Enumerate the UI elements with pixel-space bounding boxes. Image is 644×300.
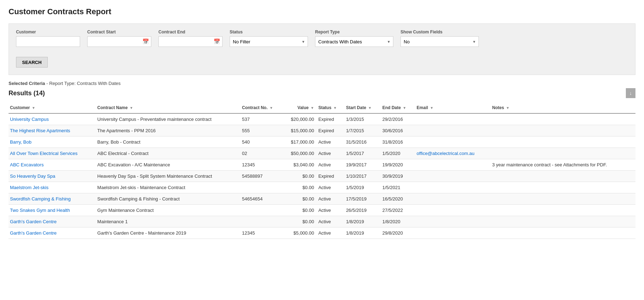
- customer-input[interactable]: [16, 36, 80, 47]
- cell-value: $20,000.00: [283, 113, 317, 125]
- contract-start-input-wrap: 📅: [87, 36, 151, 47]
- customer-link[interactable]: ABC Excavators: [10, 162, 44, 167]
- sort-icon-notes: ▼: [506, 106, 509, 110]
- search-button[interactable]: SEARCH: [16, 57, 48, 68]
- cell-start-date: 1/5/2017: [345, 148, 381, 159]
- cell-customer: Two Snakes Gym and Health: [9, 205, 96, 216]
- customer-link[interactable]: Barry, Bob: [10, 139, 31, 145]
- cell-contract-no: 54588897: [241, 171, 284, 182]
- filter-row: Customer Contract Start 📅 Contract End 📅…: [16, 30, 628, 47]
- cell-contract-no: [241, 182, 284, 193]
- cell-notes: [491, 205, 635, 216]
- cell-end-date: 1/5/2020: [381, 148, 415, 159]
- cell-value: $3,040.00: [283, 159, 317, 171]
- cell-email: [415, 205, 491, 216]
- cell-contract-no: 555: [241, 125, 284, 136]
- cell-value: $0.00: [283, 205, 317, 216]
- results-header: Results (14) ↓: [9, 88, 635, 98]
- cell-end-date: 29/8/2020: [381, 227, 415, 239]
- show-custom-fields-label: Show Custom Fields: [400, 30, 479, 34]
- cell-value: $50,000.00: [283, 148, 317, 159]
- customer-link[interactable]: Garth's Garden Centre: [10, 230, 57, 236]
- cell-status: Active: [317, 182, 345, 193]
- cell-notes: [491, 227, 635, 239]
- col-contract-name: Contract Name ▼: [96, 102, 240, 113]
- col-value: Value ▼: [283, 102, 317, 113]
- contract-end-input[interactable]: [158, 36, 222, 47]
- cell-status: Active: [317, 136, 345, 148]
- customer-label: Customer: [16, 30, 80, 34]
- cell-customer: Garth's Garden Centre: [9, 216, 96, 227]
- contract-end-label: Contract End: [158, 30, 222, 34]
- table-row: Garth's Garden CentreMaintenance 1$0.00A…: [9, 216, 635, 227]
- cell-value: $0.00: [283, 171, 317, 182]
- show-custom-fields-select[interactable]: No Yes: [400, 36, 479, 47]
- contract-start-input[interactable]: [87, 36, 151, 47]
- cell-status: Active: [317, 205, 345, 216]
- table-header: Customer ▼ Contract Name ▼ Contract No. …: [9, 102, 635, 113]
- cell-status: Expired: [317, 113, 345, 125]
- cell-value: $5,000.00: [283, 227, 317, 239]
- sort-icon-start-date: ▼: [368, 106, 372, 110]
- table-row: All Over Town Electrical ServicesABC Ele…: [9, 148, 635, 159]
- cell-contract-no: 540: [241, 136, 284, 148]
- cell-status: Active: [317, 193, 345, 205]
- download-button[interactable]: ↓: [626, 88, 635, 98]
- cell-email: [415, 182, 491, 193]
- cell-notes: [491, 136, 635, 148]
- table-row: Maelstrom Jet-skisMaelstrom Jet-skis - M…: [9, 182, 635, 193]
- cell-notes: [491, 171, 635, 182]
- cell-status: Active: [317, 216, 345, 227]
- col-notes: Notes ▼: [491, 102, 635, 113]
- cell-customer: Garth's Garden Centre: [9, 227, 96, 239]
- table-row: Barry, BobBarry, Bob - Contract540$17,00…: [9, 136, 635, 148]
- table-row: Two Snakes Gym and HealthGym Maintenance…: [9, 205, 635, 216]
- cell-contract-name: Maintenance 1: [96, 216, 240, 227]
- cell-start-date: 1/8/2019: [345, 227, 381, 239]
- customer-link[interactable]: All Over Town Electrical Services: [10, 151, 78, 156]
- email-link[interactable]: office@abcelectrical.com.au: [417, 151, 475, 156]
- cell-end-date: 30/9/2019: [381, 171, 415, 182]
- customer-link[interactable]: The Highest Rise Apartments: [10, 128, 70, 133]
- customer-link[interactable]: University Campus: [10, 117, 49, 122]
- table-row: The Highest Rise ApartmentsThe Apartment…: [9, 125, 635, 136]
- cell-notes: 3 year maintenance contract - see Attach…: [491, 159, 635, 171]
- cell-contract-name: Garth's Garden Centre - Maintenance 2019: [96, 227, 240, 239]
- cell-end-date: 29/2/2016: [381, 113, 415, 125]
- col-end-date: End Date ▼: [381, 102, 415, 113]
- table-row: Garth's Garden CentreGarth's Garden Cent…: [9, 227, 635, 239]
- sort-icon-customer: ▼: [32, 106, 35, 110]
- cell-contract-name: Maelstrom Jet-skis - Maintenance Contrac…: [96, 182, 240, 193]
- cell-contract-name: Barry, Bob - Contract: [96, 136, 240, 148]
- customer-link[interactable]: Swordfish Camping & Fishing: [10, 196, 71, 202]
- cell-end-date: 27/5/2022: [381, 205, 415, 216]
- cell-end-date: 31/8/2016: [381, 136, 415, 148]
- cell-email: [415, 136, 491, 148]
- cell-start-date: 1/7/2015: [345, 125, 381, 136]
- cell-customer: All Over Town Electrical Services: [9, 148, 96, 159]
- customer-link[interactable]: Two Snakes Gym and Health: [10, 208, 70, 213]
- cell-contract-no: 54654654: [241, 193, 284, 205]
- report-type-select[interactable]: Contracts With Dates All Contracts Activ…: [315, 36, 393, 47]
- col-contract-no: Contract No. ▼: [241, 102, 284, 113]
- customer-link[interactable]: Maelstrom Jet-skis: [10, 185, 48, 190]
- cell-status: Expired: [317, 171, 345, 182]
- col-status: Status ▼: [317, 102, 345, 113]
- customer-link[interactable]: Garth's Garden Centre: [10, 219, 57, 224]
- cell-end-date: 30/6/2016: [381, 125, 415, 136]
- customer-filter-group: Customer: [16, 30, 80, 47]
- sort-icon-contract-no: ▼: [269, 106, 273, 110]
- customer-link[interactable]: So Heavenly Day Spa: [10, 173, 55, 179]
- status-select[interactable]: No Filter Active Expired Pending: [230, 36, 308, 47]
- cell-customer: So Heavenly Day Spa: [9, 171, 96, 182]
- table-body: University CampusUniversity Campus - Pre…: [9, 113, 635, 239]
- show-custom-fields-filter-group: Show Custom Fields No Yes: [400, 30, 479, 47]
- cell-status: Active: [317, 159, 345, 171]
- cell-value: $0.00: [283, 216, 317, 227]
- cell-value: $17,000.00: [283, 136, 317, 148]
- cell-notes: [491, 216, 635, 227]
- cell-notes: [491, 125, 635, 136]
- table-row: University CampusUniversity Campus - Pre…: [9, 113, 635, 125]
- contract-end-input-wrap: 📅: [158, 36, 222, 47]
- cell-contract-no: 12345: [241, 227, 284, 239]
